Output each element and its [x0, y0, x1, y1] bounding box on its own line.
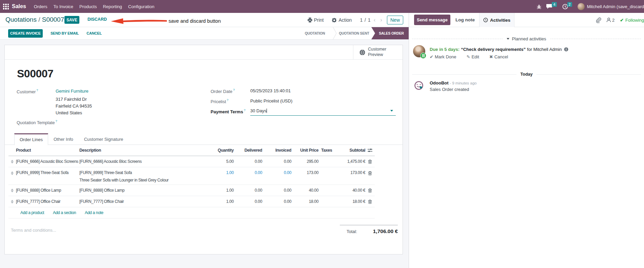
check-icon: ✔	[430, 54, 433, 59]
col-product[interactable]: Product	[16, 148, 79, 153]
print-button[interactable]: Print	[308, 17, 324, 23]
stage-separator-icon	[333, 27, 337, 39]
info-icon[interactable]	[564, 47, 568, 52]
today-label: Today	[516, 72, 537, 77]
odoobot-avatar	[414, 80, 424, 91]
messages-icon[interactable]: 4	[546, 4, 557, 9]
user-name[interactable]: Mitchell Admin (save_discard	[587, 4, 644, 9]
new-button[interactable]: New	[387, 16, 403, 24]
planned-activities-toggle[interactable]: Planned activities	[503, 36, 550, 41]
annotation-red-arrow	[109, 17, 170, 26]
nav-item-orders[interactable]: Orders	[31, 4, 51, 9]
message-timestamp: - 9 minutes ago	[450, 81, 476, 85]
drag-handle-icon[interactable]	[8, 160, 16, 164]
stage-quotation[interactable]: QUOTATION	[297, 27, 333, 39]
activity-assignee: for Mitchell Admin	[527, 47, 562, 52]
pager-prev-icon[interactable]: ‹	[374, 17, 376, 23]
drag-handle-icon[interactable]	[8, 169, 16, 175]
activities-clock-icon[interactable]: 2	[562, 4, 573, 9]
followers-icon[interactable]	[606, 17, 611, 23]
annotation-text: save and discard button	[169, 18, 221, 24]
customer-address-line2: Fairfield CA 94535	[56, 103, 92, 110]
send-message-button[interactable]: Send message	[414, 15, 450, 25]
add-a-product-link[interactable]: Add a product	[20, 210, 44, 215]
description-second-line: Three Seater Sofa with Lounger in Steel …	[79, 177, 204, 184]
breadcrumb: Quotations / S00007	[5, 16, 64, 23]
payment-terms-label: Payment Terms?	[211, 109, 250, 114]
pager: 1 / 1	[360, 17, 371, 23]
col-description[interactable]: Description	[79, 148, 204, 153]
delete-row-icon[interactable]	[365, 199, 375, 204]
drag-handle-icon[interactable]	[8, 200, 16, 204]
notebook-tabs: Order Lines Other Info Customer Signatur…	[5, 133, 403, 145]
activity-type-badge-icon	[420, 53, 426, 59]
col-delivered[interactable]: Delivered	[234, 148, 262, 153]
stage-sales-order[interactable]: SALES ORDER	[371, 27, 409, 39]
following-button[interactable]: ✔ Following	[620, 18, 644, 23]
create-invoice-button[interactable]: CREATE INVOICE	[8, 29, 43, 38]
followers-count[interactable]: 2	[612, 18, 614, 23]
pager-next-icon[interactable]: ›	[380, 17, 382, 23]
user-avatar[interactable]	[578, 3, 585, 10]
customer-value-link[interactable]: Gemini Furniture	[56, 89, 92, 94]
pricelist-value[interactable]: Public Pricelist (USD)	[250, 98, 292, 103]
dropdown-caret-icon[interactable]	[390, 110, 393, 112]
breadcrumb-quotations-link[interactable]: Quotations	[5, 16, 37, 23]
app-name[interactable]: Sales	[12, 3, 26, 9]
col-subtotal[interactable]: Subtotal	[341, 148, 365, 153]
tab-customer-signature[interactable]: Customer Signature	[79, 133, 129, 145]
col-invoiced[interactable]: Invoiced	[262, 148, 291, 153]
add-a-note-link[interactable]: Add a note	[85, 210, 103, 215]
drag-handle-icon[interactable]	[8, 189, 16, 192]
table-row[interactable]: [FURN_8999] Three-Seat Sofa [FURN_8999] …	[8, 167, 375, 185]
log-note-button[interactable]: Log note	[455, 17, 475, 22]
col-quantity[interactable]: Quantity	[204, 148, 234, 153]
gear-icon	[332, 18, 337, 23]
debug-bug-icon[interactable]	[536, 4, 542, 9]
terms-placeholder[interactable]: Terms and conditions...	[11, 228, 56, 233]
action-button[interactable]: Action	[332, 17, 352, 23]
delete-row-icon[interactable]	[365, 169, 375, 175]
table-row[interactable]: [FURN_6666] Acoustic Bloc Screens [FURN_…	[8, 156, 375, 167]
mark-done-button[interactable]: ✔Mark Done	[430, 54, 456, 59]
delete-row-icon[interactable]	[365, 159, 375, 164]
send-by-email-button[interactable]: SEND BY EMAIL	[51, 31, 79, 35]
add-a-section-link[interactable]: Add a section	[53, 210, 76, 215]
planned-activity-item: Due in 5 days: “Check delivery requireme…	[413, 45, 568, 59]
nav-item-products[interactable]: Products	[76, 4, 100, 9]
save-button[interactable]: SAVE	[64, 16, 79, 24]
table-add-row: Add a product Add a section Add a note	[8, 207, 375, 218]
col-unit-price[interactable]: Unit Price	[291, 148, 318, 153]
message-author[interactable]: OdooBot	[430, 80, 449, 85]
activity-title: “Check delivery requirements”	[461, 47, 526, 52]
discard-button[interactable]: DISCARD	[87, 17, 107, 22]
text-cursor	[267, 109, 267, 113]
clock-icon	[483, 18, 488, 22]
tab-order-lines[interactable]: Order Lines	[14, 133, 48, 145]
optional-columns-icon[interactable]	[365, 148, 375, 152]
form-view-region: Quotations / S00007 SAVE DISCARD save an…	[0, 13, 409, 268]
activities-tab[interactable]: Activities	[479, 13, 514, 27]
total-box: Total: 1,706.00 €	[340, 225, 398, 234]
pricelist-label: Pricelist?	[211, 98, 250, 104]
attachment-paperclip-icon[interactable]	[596, 17, 601, 23]
nav-item-configuration[interactable]: Configuration	[125, 4, 157, 9]
cancel-button[interactable]: CANCEL	[86, 31, 102, 35]
nav-item-to-invoice[interactable]: To Invoice	[51, 4, 77, 9]
order-date-value[interactable]: 05/25/2023 15:40:01	[250, 88, 291, 93]
tab-other-info[interactable]: Other Info	[48, 133, 79, 145]
apps-grid-icon[interactable]	[3, 4, 9, 9]
activity-due: Due in 5 days:	[430, 47, 460, 52]
delete-row-icon[interactable]	[365, 188, 375, 193]
table-row[interactable]: [FURN_7777] Office Chair [FURN_7777] Off…	[8, 196, 375, 207]
stage-quotation-sent[interactable]: QUOTATION SENT	[337, 27, 371, 39]
customer-address-line1: 317 Fairchild Dr	[56, 96, 92, 103]
customer-preview-button[interactable]: Customer Preview	[353, 45, 403, 59]
edit-activity-button[interactable]: ✎Edit	[466, 54, 479, 59]
payment-terms-input[interactable]: 30 Days	[250, 108, 396, 116]
cancel-activity-button[interactable]: ✖Cancel	[489, 54, 508, 59]
col-taxes[interactable]: Taxes	[318, 148, 341, 153]
total-label: Total:	[347, 229, 357, 234]
table-row[interactable]: [FURN_8888] Office Lamp [FURN_8888] Offi…	[8, 185, 375, 196]
nav-item-reporting[interactable]: Reporting	[100, 4, 125, 9]
